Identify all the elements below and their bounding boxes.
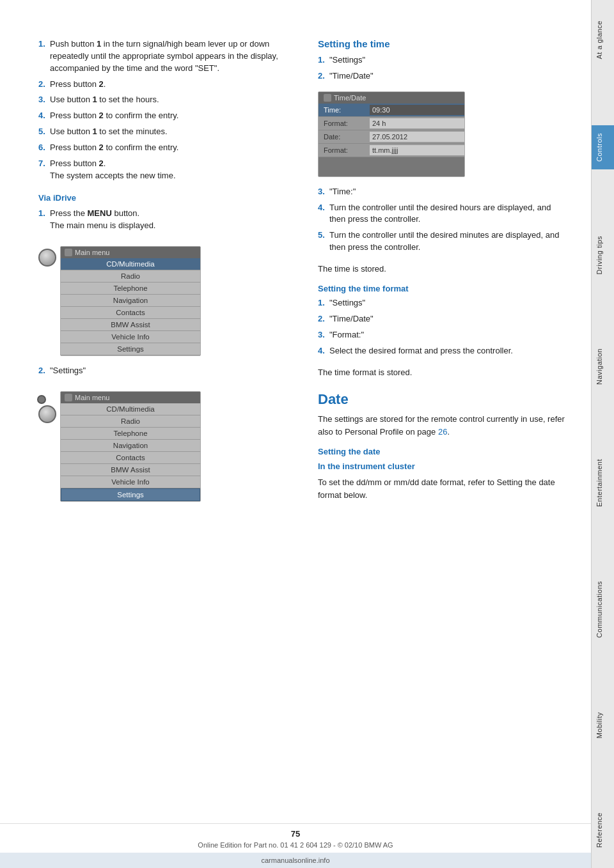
right-column: Setting the time 1. "Settings" 2. "Time/… <box>311 38 565 830</box>
step-text-5: Use button 1 to set the minutes. <box>50 126 286 138</box>
format-row-1: Format: 24 h <box>319 117 464 130</box>
time-value: 09:30 <box>370 105 464 115</box>
date-body-text: The settings are stored for the remote c… <box>318 413 565 438</box>
st-num-4: 4. <box>318 202 329 226</box>
idrive-step-2: 2. "Settings" <box>38 365 286 377</box>
st-step-1: 1. "Settings" <box>318 54 565 66</box>
sidebar-tab-communications[interactable]: Communications <box>592 573 615 646</box>
time-stored-text: The time is stored. <box>318 263 565 275</box>
menu-icon-1 <box>65 249 72 256</box>
st-num-1: 1. <box>318 54 329 66</box>
step-text-4: Press button 2 to confirm the entry. <box>50 110 286 122</box>
tf-text-1: "Settings" <box>329 297 565 309</box>
sidebar-tab-controls[interactable]: Controls <box>592 125 615 169</box>
step-7: 7. Press button 2. The system accepts th… <box>38 158 286 182</box>
sidebar: At a glance Controls Driving tips Naviga… <box>591 0 614 868</box>
step-6: 6. Press button 2 to confirm the entry. <box>38 142 286 154</box>
tf-step-3: 3. "Format:" <box>318 329 565 341</box>
tf-text-2: "Time/Date" <box>329 313 565 325</box>
menu-header-2: Main menu <box>61 392 200 403</box>
idrive-step-text-1: Press the MENU button. The main menu is … <box>50 208 286 232</box>
time-format-steps: 1. "Settings" 2. "Time/Date" 3. "Format:… <box>318 297 565 357</box>
menu-item-settings-1: Settings <box>61 343 200 355</box>
step-num-7: 7. <box>38 158 50 182</box>
sidebar-tab-entertainment[interactable]: Entertainment <box>592 451 615 515</box>
watermark: carmanualsonline.info <box>0 853 591 868</box>
tf-step-4: 4. Select the desired format and press t… <box>318 345 565 357</box>
step-num-2: 2. <box>38 79 50 91</box>
step-num-4: 4. <box>38 110 50 122</box>
idrive-step-num-2: 2. <box>38 365 50 377</box>
menu-item-vehicleinfo-1: Vehicle Info <box>61 331 200 343</box>
footer-text: Online Edition for Part no. 01 41 2 604 … <box>198 841 393 849</box>
menu-image-2-wrapper: Main menu CD/Multimedia Radio Telephone … <box>38 386 286 511</box>
menu2-item-contacts: Contacts <box>61 452 200 464</box>
menu-image-1: Main menu CD/Multimedia Radio Telephone … <box>60 246 201 356</box>
menu-item-navigation-1: Navigation <box>61 295 200 307</box>
watermark-text: carmanualsonline.info <box>261 856 329 864</box>
menu-item-telephone-1: Telephone <box>61 283 200 295</box>
step-1: 1. Push button 1 in the turn signal/high… <box>38 38 286 75</box>
date-value: 27.05.2012 <box>370 132 464 142</box>
date-label: Date: <box>319 132 370 142</box>
step-text-2: Press button 2. <box>50 79 286 91</box>
sidebar-tab-driving-tips[interactable]: Driving tips <box>592 228 615 282</box>
time-format-stored-text: The time format is stored. <box>318 366 565 379</box>
main-steps-list: 1. Push button 1 in the turn signal/high… <box>38 38 286 182</box>
step-num-3: 3. <box>38 94 50 106</box>
st-step-5: 5. Turn the controller until the desired… <box>318 229 565 254</box>
menu-title-2: Main menu <box>75 394 109 401</box>
menu-icon-2 <box>65 394 72 401</box>
tf-text-3: "Format:" <box>329 329 565 341</box>
menu-header-1: Main menu <box>61 247 200 258</box>
st-text-2: "Time/Date" <box>329 70 565 82</box>
sidebar-tab-mobility[interactable]: Mobility <box>592 704 615 746</box>
menu2-item-settings: Settings <box>61 488 200 501</box>
sidebar-tab-navigation[interactable]: Navigation <box>592 341 615 392</box>
left-column: 1. Push button 1 in the turn signal/high… <box>38 38 292 830</box>
menu-item-cd-1: CD/Multimedia <box>61 258 200 270</box>
menu2-item-radio: Radio <box>61 415 200 428</box>
menu2-item-vehicleinfo: Vehicle Info <box>61 476 200 488</box>
setting-date-title: Setting the date <box>318 447 565 456</box>
sidebar-tab-reference[interactable]: Reference <box>592 805 615 855</box>
time-row: Time: 09:30 <box>319 104 464 117</box>
tf-step-2: 2. "Time/Date" <box>318 313 565 325</box>
idrive-step-1: 1. Press the MENU button. The main menu … <box>38 208 286 232</box>
step-text-6: Press button 2 to confirm the entry. <box>50 142 286 154</box>
format-label-2: Format: <box>319 145 370 155</box>
idrive-step-num-1: 1. <box>38 208 50 232</box>
step-4: 4. Press button 2 to confirm the entry. <box>38 110 286 122</box>
setting-time-format-title: Setting the time format <box>318 284 565 293</box>
st-step-3: 3. "Time:" <box>318 186 565 198</box>
setting-time-format-section: Setting the time format 1. "Settings" 2.… <box>318 284 565 378</box>
time-date-header: Time/Date <box>319 92 464 104</box>
st-text-4: Turn the controller until the desired ho… <box>329 202 565 226</box>
step-num-5: 5. <box>38 126 50 138</box>
idrive-knob-1 <box>38 249 56 267</box>
setting-time-steps: 1. "Settings" 2. "Time/Date" <box>318 54 565 82</box>
format-value-2: tt.mm.jjjj <box>370 145 464 155</box>
time-date-icon <box>324 94 331 102</box>
date-row: Date: 27.05.2012 <box>319 130 464 144</box>
step-5: 5. Use button 1 to set the minutes. <box>38 126 286 138</box>
idrive-step-text-2: "Settings" <box>50 365 286 377</box>
time-date-title: Time/Date <box>334 94 366 102</box>
tf-num-1: 1. <box>318 297 329 309</box>
st-text-3: "Time:" <box>329 186 565 198</box>
menu-item-contacts-1: Contacts <box>61 307 200 319</box>
time-label: Time: <box>319 105 370 115</box>
via-idrive-section: Via iDrive 1. Press the MENU button. The… <box>38 193 286 511</box>
step-num-6: 6. <box>38 142 50 154</box>
menu2-item-bmwassist: BMW Assist <box>61 464 200 476</box>
instrument-cluster-body: To set the dd/mm or mm/dd date format, r… <box>318 476 565 501</box>
tf-text-4: Select the desired format and press the … <box>329 345 565 357</box>
setting-time-section: Setting the time 1. "Settings" 2. "Time/… <box>318 38 565 275</box>
sidebar-tab-at-a-glance[interactable]: At a glance <box>592 13 615 67</box>
st-num-5: 5. <box>318 229 329 254</box>
time-date-display: Time/Date Time: 09:30 Format: 24 h Date:… <box>318 91 465 177</box>
menu-item-bmwassist-1: BMW Assist <box>61 319 200 331</box>
page-number: 75 <box>0 829 591 839</box>
date-page-link[interactable]: 26 <box>438 427 447 437</box>
menu-image-2: Main menu CD/Multimedia Radio Telephone … <box>60 391 201 502</box>
